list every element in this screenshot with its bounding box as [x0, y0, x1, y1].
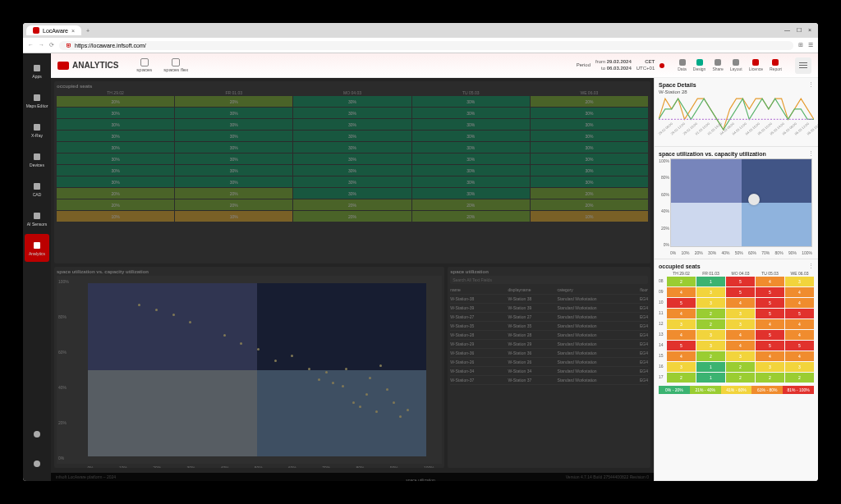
svg-rect-2 — [34, 124, 40, 131]
panel-scatter[interactable]: space utilization vs. capacity utilizati… — [54, 267, 444, 468]
tab-close-icon[interactable]: × — [71, 28, 75, 34]
svg-point-7 — [34, 431, 40, 438]
table-row[interactable]: W-Station-37W-Station 37Standard Worksta… — [450, 376, 648, 385]
back-button[interactable]: ← — [28, 42, 34, 48]
toolbar-licence[interactable]: Licence — [749, 59, 763, 71]
tz-sub: UTC+01 — [636, 66, 655, 71]
svg-rect-3 — [34, 153, 40, 160]
bell-icon[interactable] — [25, 420, 49, 448]
window-max-button[interactable]: ☐ — [797, 27, 802, 34]
table-row[interactable]: W-Station-34W-Station 34Standard Worksta… — [450, 367, 648, 376]
view-spaces-flex[interactable]: spaces flex — [163, 58, 188, 72]
svg-rect-0 — [34, 65, 40, 71]
extensions-icon[interactable]: ⊞ — [798, 42, 803, 48]
svg-point-8 — [34, 460, 40, 467]
panel-occupied-seats[interactable]: occupied seats TH 29.02FR 01.03MO 04.03T… — [54, 81, 650, 263]
panel-title: space utilization vs. capacity utilizati… — [57, 269, 442, 274]
new-tab-button[interactable]: + — [83, 28, 93, 34]
dashboard-dimmed: occupied seats TH 29.02FR 01.03MO 04.03T… — [51, 78, 654, 481]
device-frame: LocAware × + — ☐ × ← → ⟳ ⛨ https://locaw… — [7, 7, 834, 497]
quadrant-chart: 100%80%60%40%20%0% 0%10%20%30%40%50%60%7… — [659, 158, 814, 255]
table-row[interactable]: W-Station-29W-Station 29Standard Worksta… — [450, 340, 648, 349]
analytics-icon — [32, 241, 42, 250]
brand-title: ANALYTICS — [72, 61, 118, 70]
toolbar-data[interactable]: Data — [678, 59, 687, 71]
toolbar-icon — [696, 59, 703, 66]
main: ANALYTICS spacesspaces flex Period from … — [51, 53, 818, 481]
view-spaces[interactable]: spaces — [136, 58, 152, 72]
x-axis-label: space utilization — [654, 478, 818, 481]
rail-item-ai-sensors[interactable]: AI Sensors — [25, 204, 49, 232]
devices-icon — [32, 152, 42, 162]
window-close-button[interactable]: × — [808, 27, 811, 34]
window-min-button[interactable]: — — [784, 27, 790, 34]
reload-button[interactable]: ⟳ — [49, 42, 54, 48]
table-row[interactable]: W-Station-38W-Station 38Standard Worksta… — [450, 295, 648, 304]
cad-icon — [32, 181, 42, 191]
panel-title: occupied seats — [57, 84, 648, 89]
sensor-icon — [32, 211, 42, 221]
section-title: occupied seats — [659, 263, 701, 269]
heatmap-mini: TH 29.02FR 01.03MO 04.03TU 05.03WE 06.03… — [659, 271, 814, 383]
menu-button[interactable] — [795, 57, 811, 74]
profile-icon[interactable]: ☰ — [808, 42, 813, 48]
nav-arrows: ← → ⟳ — [28, 42, 54, 48]
table-row[interactable]: W-Station-35W-Station 35Standard Worksta… — [450, 322, 648, 331]
toolbar-icon — [752, 59, 759, 66]
xray-icon — [32, 122, 42, 132]
section-title: Space Details — [659, 82, 696, 88]
screen: LocAware × + — ☐ × ← → ⟳ ⛨ https://locaw… — [23, 23, 818, 481]
section-title: space utilization vs. capacity utilizati… — [659, 151, 766, 157]
section-occupied-mini: occupied seats⋮ TH 29.02FR 01.03MO 04.03… — [655, 259, 818, 481]
svg-rect-6 — [34, 242, 40, 249]
toolbar-share[interactable]: Share — [712, 59, 723, 71]
help-icon — [32, 459, 42, 469]
rail-item-x-ray[interactable]: X-Ray — [25, 116, 49, 144]
toolbar-layout[interactable]: Layout — [730, 59, 742, 71]
space-name: W-Station 28 — [659, 89, 814, 94]
rail-item-devices[interactable]: Devices — [25, 145, 49, 173]
toolbar-actions: DataDesignShareLayoutLicenceReport — [678, 59, 782, 71]
rail-item-cad[interactable]: CAD — [25, 175, 49, 203]
window-controls: — ☐ × — [784, 27, 815, 34]
legend: 0% - 20%21% - 40%41% - 60%61% - 80%81% -… — [659, 386, 814, 394]
table-row[interactable]: W-Station-28W-Station 28Standard Worksta… — [450, 331, 648, 340]
svg-rect-4 — [34, 183, 40, 190]
rail-item-maps-editor[interactable]: Maps Editor — [25, 86, 49, 114]
scatter-chart: 100%80%60%40%20%0% 0%10%20%30%40%50%60%7… — [57, 276, 442, 464]
content: occupied seats TH 29.02FR 01.03MO 04.03T… — [51, 78, 818, 481]
table-row[interactable]: W-Station-39W-Station 39Standard Worksta… — [450, 304, 648, 313]
help-icon[interactable] — [25, 450, 49, 478]
address-bar: ← → ⟳ ⛨ https://locaware.infsoft.com/ ⊞ … — [23, 38, 818, 53]
panel-table[interactable]: space utilization Search All Text Fields… — [448, 267, 650, 468]
brand-logo-icon — [57, 62, 69, 70]
svg-rect-5 — [34, 213, 40, 219]
rail-item-analytics[interactable]: Analytics — [25, 234, 49, 262]
period-label: Period — [577, 62, 591, 68]
table-row[interactable]: W-Station-36W-Station 36Standard Worksta… — [450, 349, 648, 358]
section-quadrant: space utilization vs. capacity utilizati… — [655, 147, 818, 259]
grid-icon — [32, 63, 42, 73]
table-search-input[interactable]: Search All Text Fields — [450, 276, 648, 284]
toolbar-icon — [772, 59, 779, 66]
url-field[interactable]: ⛨ https://locaware.infsoft.com/ — [59, 41, 793, 50]
toolbar-design[interactable]: Design — [693, 59, 706, 71]
toolbar-icon — [715, 59, 721, 66]
table-row[interactable]: W-Station-26W-Station 26Standard Worksta… — [450, 358, 648, 367]
gauge-icon — [140, 58, 149, 66]
toolbar-report[interactable]: Report — [770, 59, 782, 71]
period-display[interactable]: Period from 29.02.2024 to 06.03.2024 CET… — [577, 59, 665, 71]
edit-icon — [172, 58, 180, 66]
side-panel: Space Details⋮ W-Station 28 29.02 08:002… — [654, 78, 818, 481]
url-text: https://locaware.infsoft.com/ — [75, 43, 146, 48]
browser-tab[interactable]: LocAware × — [26, 25, 81, 35]
tab-bar: LocAware × + — ☐ × — [23, 23, 818, 38]
section-menu-icon[interactable]: ⋮ — [808, 150, 814, 157]
toolbar-icon — [679, 59, 686, 66]
rail-item-apps[interactable]: Apps — [25, 57, 49, 85]
section-menu-icon[interactable]: ⋮ — [808, 263, 814, 269]
section-menu-icon[interactable]: ⋮ — [808, 81, 814, 88]
forward-button[interactable]: → — [39, 42, 44, 48]
left-rail: AppsMaps EditorX-RayDevicesCADAI Sensors… — [23, 53, 51, 481]
table-row[interactable]: W-Station-27W-Station 27Standard Worksta… — [450, 313, 648, 322]
